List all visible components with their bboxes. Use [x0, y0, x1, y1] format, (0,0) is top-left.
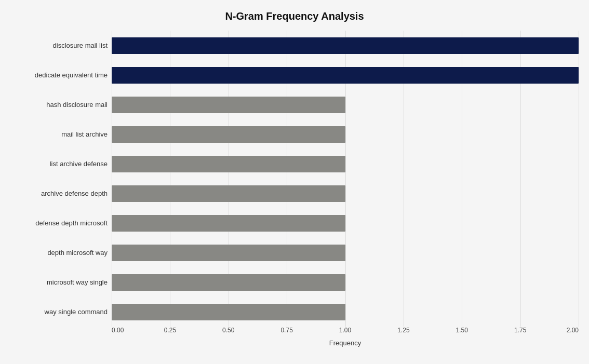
y-label: hash disclosure mail	[10, 101, 108, 109]
bar	[112, 185, 345, 202]
x-tick: 2.00	[567, 327, 579, 334]
x-tick: 0.00	[112, 327, 124, 334]
bar-row	[112, 92, 579, 117]
y-label: way single command	[10, 308, 108, 316]
y-label: defense depth microsoft	[10, 219, 108, 227]
bar	[112, 97, 345, 113]
x-tick: 1.25	[397, 327, 409, 334]
y-label: archive defense depth	[10, 190, 108, 198]
x-tick: 1.00	[339, 327, 351, 334]
y-label: microsoft way single	[10, 278, 108, 287]
y-label: disclosure mail list	[10, 42, 108, 50]
chart-container: N-Gram Frequency Analysis disclosure mai…	[0, 0, 589, 364]
chart-area: disclosure mail listdedicate equivalent …	[10, 31, 579, 327]
y-label: list archive defense	[10, 160, 108, 168]
y-label: depth microsoft way	[10, 249, 108, 257]
y-label: mail list archive	[10, 130, 108, 139]
bar-row	[112, 211, 579, 236]
x-tick: 1.75	[514, 327, 526, 334]
x-tick: 0.50	[222, 327, 234, 334]
bar	[112, 126, 345, 143]
grid-line	[579, 31, 579, 327]
bar-row	[112, 181, 579, 206]
bar	[112, 67, 579, 84]
bar	[112, 215, 345, 232]
y-axis: disclosure mail listdedicate equivalent …	[10, 31, 112, 327]
x-axis-label: Frequency	[112, 339, 579, 347]
bar	[112, 304, 345, 320]
bar	[112, 274, 345, 291]
bar-row	[112, 240, 579, 265]
bar-row	[112, 122, 579, 147]
x-tick: 0.75	[280, 327, 292, 334]
bar-row	[112, 270, 579, 295]
y-label: dedicate equivalent time	[10, 71, 108, 79]
bars-container	[112, 31, 579, 327]
x-tick: 1.50	[456, 327, 468, 334]
bar-row	[112, 33, 579, 58]
bar-row	[112, 63, 579, 88]
bar	[112, 37, 579, 54]
bar-row	[112, 300, 579, 325]
x-tick: 0.25	[164, 327, 176, 334]
bar-row	[112, 152, 579, 177]
x-axis: 0.000.250.500.751.001.251.501.752.00 Fre…	[112, 327, 579, 347]
bar	[112, 245, 345, 261]
plot-area	[112, 31, 579, 327]
chart-title: N-Gram Frequency Analysis	[10, 10, 579, 22]
bar	[112, 156, 345, 172]
